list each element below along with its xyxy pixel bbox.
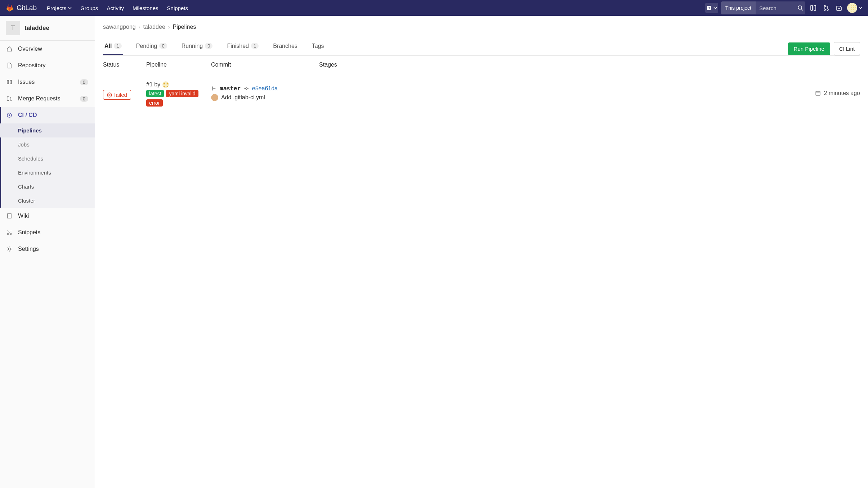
new-menu-button[interactable]	[705, 3, 718, 13]
th-status: Status	[103, 62, 146, 68]
chevron-right-icon: ›	[168, 24, 170, 30]
th-stages: Stages	[319, 62, 391, 68]
tab-running[interactable]: Running0	[180, 43, 214, 55]
sidebar-item-snippets[interactable]: Snippets	[0, 224, 95, 241]
svg-point-10	[8, 100, 9, 101]
brand-name: GitLab	[17, 4, 37, 12]
svg-point-16	[8, 248, 10, 250]
commit-sha-link[interactable]: e5ea61da	[252, 85, 278, 92]
tab-branches[interactable]: Branches	[272, 43, 299, 55]
mr-count-badge: 0	[80, 96, 88, 102]
merge-requests-icon-button[interactable]	[821, 3, 831, 13]
time-text: 2 minutes ago	[824, 90, 860, 96]
label-yaml-invalid: yaml invalid	[166, 90, 198, 97]
search-scope-dropdown[interactable]: This project	[721, 1, 756, 14]
navbar-right: This project	[705, 1, 862, 14]
sidebar-sub-cluster[interactable]: Cluster	[0, 194, 95, 208]
run-pipeline-button[interactable]: Run Pipeline	[788, 42, 830, 55]
sidebar-sub-pipelines[interactable]: Pipelines	[0, 123, 95, 137]
svg-point-6	[827, 9, 828, 10]
sidebar-item-issues[interactable]: Issues 0	[0, 74, 95, 90]
gitlab-logo[interactable]: GitLab	[6, 4, 37, 12]
sidebar-item-wiki[interactable]: Wiki	[0, 208, 95, 224]
top-navbar: GitLab Projects Groups Activity Mileston…	[0, 0, 868, 16]
svg-point-21	[245, 87, 247, 89]
scissors-icon	[6, 229, 13, 236]
label-error: error	[146, 99, 163, 107]
branch-name[interactable]: master	[220, 85, 241, 92]
nav-link-projects[interactable]: Projects	[42, 5, 76, 11]
svg-point-20	[215, 88, 216, 89]
tab-tags[interactable]: Tags	[310, 43, 326, 55]
plus-icon	[706, 5, 712, 11]
table-header: Status Pipeline Commit Stages	[103, 56, 860, 74]
sidebar-project-header[interactable]: T taladdee	[0, 16, 95, 41]
sidebar-item-settings[interactable]: Settings	[0, 241, 95, 257]
svg-point-5	[824, 9, 826, 10]
issues-count-badge: 0	[80, 79, 88, 85]
sidebar-sub-environments[interactable]: Environments	[0, 166, 95, 180]
breadcrumb-project[interactable]: taladdee	[143, 24, 165, 30]
sidebar-item-label: Snippets	[18, 229, 40, 236]
ci-lint-button[interactable]: CI Lint	[834, 42, 860, 55]
status-badge-failed[interactable]: failed	[103, 90, 131, 100]
svg-point-1	[798, 6, 802, 9]
svg-point-18	[212, 86, 213, 87]
merge-request-icon	[6, 95, 13, 102]
sidebar-item-label: Repository	[18, 62, 45, 69]
count-badge: 0	[159, 43, 167, 49]
nav-link-groups[interactable]: Groups	[76, 5, 102, 11]
nav-link-activity[interactable]: Activity	[102, 5, 128, 11]
search-input[interactable]	[756, 5, 795, 11]
search-icon	[797, 5, 803, 11]
search-button[interactable]	[795, 3, 805, 13]
pipeline-tabs: All1 Pending0 Running0 Finished1 Branche…	[103, 43, 326, 55]
tab-all[interactable]: All1	[103, 43, 123, 55]
chevron-down-icon	[68, 6, 72, 10]
table-row: failed #1 by latest yaml invalid error	[103, 74, 860, 114]
sidebar-sub-charts[interactable]: Charts	[0, 180, 95, 194]
project-name: taladdee	[24, 24, 49, 32]
user-avatar-icon	[847, 3, 857, 13]
sidebar-item-overview[interactable]: Overview	[0, 41, 95, 57]
sidebar-item-cicd[interactable]: CI / CD	[0, 107, 95, 123]
svg-rect-22	[816, 91, 820, 95]
todos-icon-button[interactable]	[834, 3, 844, 13]
svg-point-14	[7, 233, 9, 235]
project-avatar: T	[6, 21, 20, 35]
board-icon	[810, 5, 816, 11]
main-content: sawangpong › taladdee › Pipelines All1 P…	[95, 16, 868, 488]
breadcrumb-owner[interactable]: sawangpong	[103, 24, 136, 30]
status-failed-icon	[107, 92, 112, 98]
sidebar-item-repository[interactable]: Repository	[0, 57, 95, 74]
calendar-icon	[815, 90, 821, 96]
th-pipeline: Pipeline	[146, 62, 211, 68]
nav-links: Projects Groups Activity Milestones Snip…	[42, 5, 192, 11]
sidebar-item-label: Issues	[18, 79, 35, 85]
sidebar-item-merge-requests[interactable]: Merge Requests 0	[0, 90, 95, 107]
svg-point-13	[9, 114, 10, 116]
sidebar-item-label: Merge Requests	[18, 95, 60, 102]
project-sidebar: T taladdee Overview Repository Issues 0 …	[0, 16, 95, 488]
rocket-icon	[6, 112, 13, 118]
sidebar-cicd-subgroup: Pipelines Jobs Schedules Environments Ch…	[0, 123, 95, 208]
svg-rect-7	[7, 80, 9, 84]
commit-author-avatar-icon	[211, 94, 218, 101]
svg-rect-3	[814, 5, 816, 10]
nav-link-snippets[interactable]: Snippets	[163, 5, 192, 11]
issue-boards-icon-button[interactable]	[808, 3, 818, 13]
tab-pending[interactable]: Pending0	[135, 43, 169, 55]
sidebar-sub-jobs[interactable]: Jobs	[0, 137, 95, 152]
svg-point-15	[10, 233, 12, 235]
user-menu-button[interactable]	[847, 3, 862, 13]
sidebar-sub-schedules[interactable]: Schedules	[0, 152, 95, 166]
gear-icon	[6, 246, 13, 252]
tab-finished[interactable]: Finished1	[225, 43, 260, 55]
nav-link-milestones[interactable]: Milestones	[128, 5, 163, 11]
pipeline-time: 2 minutes ago	[391, 81, 860, 96]
pipeline-id-link[interactable]: #1 by	[146, 81, 211, 88]
book-icon	[6, 213, 13, 219]
commit-icon	[243, 86, 249, 91]
chevron-down-icon	[859, 6, 862, 10]
svg-point-19	[212, 90, 213, 91]
